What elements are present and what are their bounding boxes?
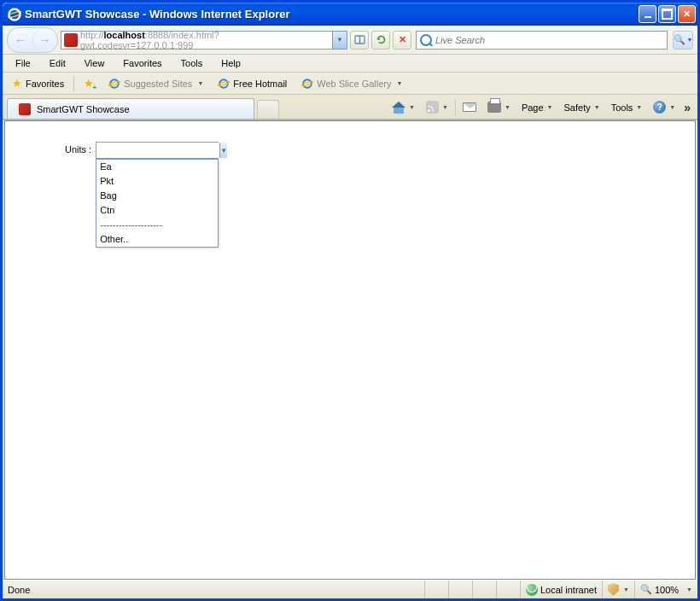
star-plus-icon: ★ (84, 77, 94, 90)
safety-menu[interactable]: Safety▼ (560, 100, 604, 115)
divider (73, 76, 74, 91)
tools-menu[interactable]: Tools▼ (607, 100, 647, 115)
units-option[interactable]: Ea (96, 160, 218, 174)
star-icon: ★ (12, 77, 22, 90)
status-cell (472, 581, 496, 598)
help-button[interactable]: ?▼ (649, 98, 680, 116)
maximize-button[interactable] (658, 5, 676, 23)
chevron-down-icon: ▼ (409, 104, 415, 110)
address-input[interactable]: http://localhost:8888/index.html?gwt.cod… (80, 30, 332, 50)
page-menu[interactable]: Page▼ (517, 100, 557, 115)
units-option[interactable]: Pkt (96, 174, 218, 189)
status-cell (448, 581, 472, 598)
menu-help[interactable]: Help (213, 55, 249, 71)
favorites-label: Favorites (26, 79, 64, 89)
shield-icon (608, 583, 619, 596)
globe-icon (526, 584, 538, 596)
protected-mode[interactable]: ▼ (602, 581, 634, 598)
feeds-button[interactable]: ▼ (422, 98, 452, 116)
magnifier-icon: 🔍 (674, 34, 685, 45)
units-option[interactable]: Bag (96, 189, 218, 203)
units-input[interactable] (96, 143, 219, 158)
search-input[interactable] (435, 35, 667, 45)
print-button[interactable]: ▼ (483, 99, 515, 115)
home-icon (392, 102, 405, 114)
chevron-down-icon: ▼ (505, 104, 510, 110)
menu-favorites[interactable]: Favorites (114, 55, 170, 71)
read-mail-button[interactable] (458, 100, 481, 114)
chevron-down-icon: ▼ (397, 80, 403, 86)
favorites-bar: ★ Favorites ★ Suggested Sites ▼ Free Hot… (3, 73, 697, 95)
window-frame: SmartGWT Showcase - Windows Internet Exp… (0, 0, 700, 601)
units-dropdown-button[interactable]: ▼ (219, 143, 227, 158)
hotmail-label: Free Hotmail (233, 79, 287, 89)
address-dropdown-button[interactable]: ▼ (332, 32, 347, 49)
page-label: Page (522, 102, 544, 113)
units-dropdown-list: Ea Pkt Bag Ctn -------------------- Othe… (96, 159, 219, 248)
new-tab-button[interactable] (257, 100, 279, 119)
url-scheme: http:// (80, 30, 104, 40)
mail-icon (463, 102, 476, 112)
chevron-down-icon: ▼ (594, 104, 600, 110)
suggested-sites-link[interactable]: Suggested Sites ▼ (103, 75, 208, 92)
units-option[interactable]: Other.. (96, 232, 218, 247)
menu-view[interactable]: View (76, 55, 114, 71)
security-zone[interactable]: Local intranet (520, 581, 602, 598)
favorites-button[interactable]: ★ Favorites (7, 74, 69, 92)
ie-page-icon (301, 78, 313, 90)
minimize-button[interactable] (639, 5, 656, 23)
print-icon (487, 102, 501, 113)
forward-button[interactable]: → (32, 29, 56, 51)
tab-bar: SmartGWT Showcase ▼ ▼ ▼ Page▼ Safety▼ To… (3, 95, 697, 120)
window-buttons (639, 5, 696, 23)
address-toolbar: ← → http://localhost:8888/index.html?gwt… (3, 26, 697, 55)
page-content: Units : ▼ Ea Pkt Bag Ctn ---------------… (4, 120, 696, 580)
add-favorite-button[interactable]: ★ (79, 74, 99, 92)
window-title: SmartGWT Showcase - Windows Internet Exp… (25, 8, 639, 20)
units-combobox[interactable]: ▼ (96, 142, 219, 159)
address-bar[interactable]: http://localhost:8888/index.html?gwt.cod… (61, 31, 347, 50)
ie-page-icon (108, 78, 120, 90)
zone-label: Local intranet (540, 585, 597, 595)
overflow-chevron-icon[interactable]: » (682, 101, 692, 114)
stop-button[interactable]: ✕ (393, 31, 411, 50)
url-host: localhost (104, 30, 145, 40)
ie-logo-icon (8, 8, 21, 21)
safety-label: Safety (564, 102, 591, 113)
home-button[interactable]: ▼ (388, 99, 419, 116)
rss-icon (426, 101, 439, 114)
chevron-down-icon: ▼ (687, 37, 693, 43)
menu-file[interactable]: File (7, 55, 39, 71)
search-bar[interactable] (416, 31, 668, 50)
help-icon: ? (653, 101, 666, 114)
units-form-row: Units : ▼ Ea Pkt Bag Ctn ---------------… (65, 142, 219, 159)
menu-bar: File Edit View Favorites Tools Help (3, 55, 697, 73)
webslice-label: Web Slice Gallery (317, 79, 391, 89)
status-cell (496, 581, 520, 598)
tab-title: SmartGWT Showcase (37, 104, 130, 114)
magnifier-icon: 🔍 (640, 584, 652, 595)
tools-label: Tools (611, 102, 633, 113)
compat-view-button[interactable] (350, 31, 369, 50)
zoom-label: 100% (655, 585, 679, 595)
menu-tools[interactable]: Tools (172, 55, 212, 71)
ie-page-icon (218, 78, 230, 90)
site-favicon-icon (64, 33, 78, 47)
search-go-button[interactable]: 🔍▼ (673, 31, 693, 50)
zoom-control[interactable]: 🔍 100% ▼ (634, 581, 697, 598)
refresh-button[interactable] (371, 31, 390, 50)
tab-active[interactable]: SmartGWT Showcase (7, 98, 254, 119)
web-slice-gallery-link[interactable]: Web Slice Gallery ▼ (296, 75, 407, 92)
free-hotmail-link[interactable]: Free Hotmail (213, 75, 292, 92)
chevron-down-icon: ▼ (547, 104, 553, 110)
units-option[interactable]: Ctn (96, 203, 218, 218)
chevron-down-icon: ▼ (686, 586, 692, 592)
titlebar[interactable]: SmartGWT Showcase - Windows Internet Exp… (3, 3, 697, 26)
status-text: Done (3, 585, 424, 595)
back-button[interactable]: ← (9, 29, 32, 51)
status-bar: Done Local intranet ▼ 🔍 100% ▼ (3, 580, 697, 598)
menu-edit[interactable]: Edit (41, 55, 74, 71)
search-provider-icon (420, 34, 432, 46)
units-option-separator: -------------------- (96, 218, 218, 232)
close-button[interactable] (678, 5, 696, 23)
